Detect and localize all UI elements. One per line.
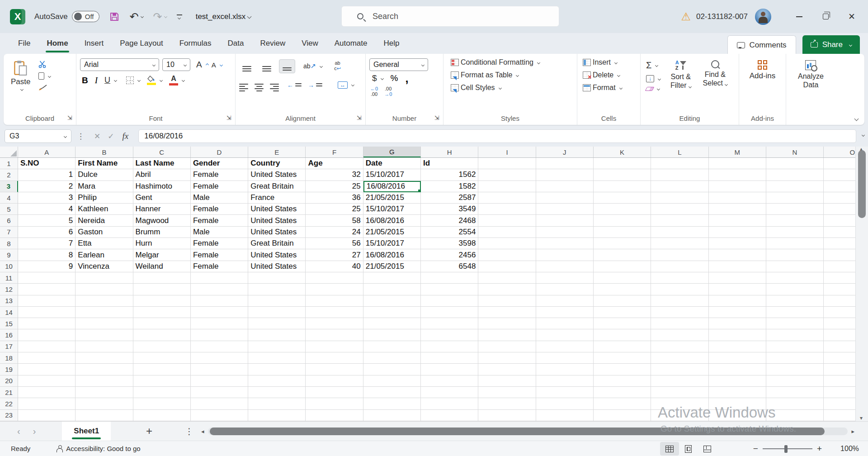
cell[interactable] [18, 284, 75, 295]
cell[interactable] [824, 215, 855, 226]
cell[interactable]: Age [306, 158, 363, 169]
cell[interactable] [478, 181, 536, 192]
cell[interactable]: Female [191, 238, 248, 249]
cell[interactable] [651, 398, 708, 409]
cell[interactable] [133, 272, 191, 284]
copy-button[interactable] [38, 72, 51, 80]
tab-insert[interactable]: Insert [76, 35, 112, 52]
cell[interactable] [363, 375, 421, 387]
cell[interactable] [651, 181, 708, 192]
cell[interactable] [75, 295, 133, 307]
row-header-15[interactable]: 15 [0, 318, 18, 329]
cell[interactable] [306, 364, 363, 375]
cell[interactable]: Earlean [75, 249, 133, 261]
cell[interactable] [709, 204, 766, 215]
cell[interactable] [709, 227, 766, 238]
cell[interactable]: United States [248, 204, 306, 215]
row-header-5[interactable]: 5 [0, 204, 18, 215]
cell[interactable] [709, 261, 766, 272]
font-name-select[interactable]: Arial [80, 58, 159, 71]
cell[interactable] [421, 307, 478, 318]
cell[interactable] [363, 352, 421, 364]
row-header-11[interactable]: 11 [0, 272, 18, 284]
zoom-slider[interactable] [763, 448, 812, 450]
cell[interactable]: Mara [75, 181, 133, 192]
chevron-down-icon[interactable] [655, 64, 658, 67]
chevron-down-icon[interactable] [48, 74, 51, 77]
cell[interactable] [594, 295, 651, 307]
percent-button[interactable]: % [391, 73, 398, 83]
cell[interactable] [306, 387, 363, 398]
minimize-button[interactable] [789, 7, 809, 27]
cell[interactable]: Hurn [133, 238, 191, 249]
cell[interactable] [536, 284, 594, 295]
cell[interactable] [766, 352, 824, 364]
cell[interactable] [651, 375, 708, 387]
decrease-font-size-button[interactable]: A [212, 61, 222, 69]
vertical-scrollbar[interactable]: ▴ ▾ [855, 147, 868, 421]
cell[interactable] [248, 364, 306, 375]
currency-button[interactable]: $ [372, 73, 383, 83]
cell[interactable]: United States [248, 249, 306, 261]
cell[interactable] [191, 387, 248, 398]
cell[interactable] [709, 284, 766, 295]
row-header-13[interactable]: 13 [0, 295, 18, 307]
analyze-data-button[interactable]: AnalyzeData [794, 58, 827, 111]
cell[interactable] [363, 307, 421, 318]
cell[interactable] [478, 341, 536, 352]
cell[interactable]: 16/08/2016 [363, 215, 421, 226]
cell[interactable]: 21/05/2015 [363, 227, 421, 238]
collapse-ribbon-button[interactable] [854, 117, 859, 121]
cell[interactable] [709, 387, 766, 398]
cell[interactable] [18, 341, 75, 352]
column-header-N[interactable]: N [766, 147, 824, 157]
cell[interactable] [191, 329, 248, 341]
cell[interactable] [651, 318, 708, 329]
decrease-decimal-button[interactable]: .00→0 [384, 86, 392, 97]
cell[interactable] [421, 364, 478, 375]
cell[interactable] [766, 181, 824, 192]
cell[interactable] [824, 169, 855, 180]
column-header-C[interactable]: C [133, 147, 191, 157]
cell[interactable] [191, 341, 248, 352]
cell[interactable] [709, 410, 766, 421]
bold-button[interactable]: B [82, 76, 88, 86]
cell[interactable] [536, 261, 594, 272]
increase-decimal-button[interactable]: ←0.00 [370, 86, 378, 97]
cell[interactable] [421, 329, 478, 341]
cell[interactable] [421, 284, 478, 295]
cell[interactable]: 6 [18, 227, 75, 238]
cell[interactable] [478, 192, 536, 204]
cell[interactable]: 6548 [421, 261, 478, 272]
cell[interactable] [75, 329, 133, 341]
number-format-select[interactable]: General [369, 58, 428, 71]
cell[interactable]: Philip [75, 192, 133, 204]
cell[interactable] [536, 329, 594, 341]
cell[interactable] [306, 307, 363, 318]
tab-page-layout[interactable]: Page Layout [112, 35, 171, 52]
cell[interactable] [133, 318, 191, 329]
cell[interactable] [306, 284, 363, 295]
cell[interactable]: 9 [18, 261, 75, 272]
cell[interactable] [18, 352, 75, 364]
cell[interactable] [75, 284, 133, 295]
cell[interactable] [536, 272, 594, 284]
chevron-down-icon[interactable] [114, 79, 117, 82]
cell[interactable] [594, 215, 651, 226]
cell[interactable] [478, 410, 536, 421]
cell[interactable]: Etta [75, 238, 133, 249]
cell[interactable]: First Name [75, 158, 133, 169]
cell[interactable] [651, 261, 708, 272]
cell[interactable] [536, 364, 594, 375]
find-select-button[interactable]: Find &Select [699, 58, 731, 111]
cell[interactable]: Weiland [133, 261, 191, 272]
cell[interactable] [306, 375, 363, 387]
delete-cells-button[interactable]: Delete [583, 71, 637, 79]
tab-file[interactable]: File [10, 35, 38, 52]
cell[interactable]: Kathleen [75, 204, 133, 215]
chevron-down-icon[interactable] [351, 83, 354, 86]
row-header-1[interactable]: 1 [0, 158, 18, 169]
cell[interactable]: Female [191, 204, 248, 215]
cell[interactable] [478, 204, 536, 215]
zoom-slider-thumb[interactable] [784, 445, 788, 453]
